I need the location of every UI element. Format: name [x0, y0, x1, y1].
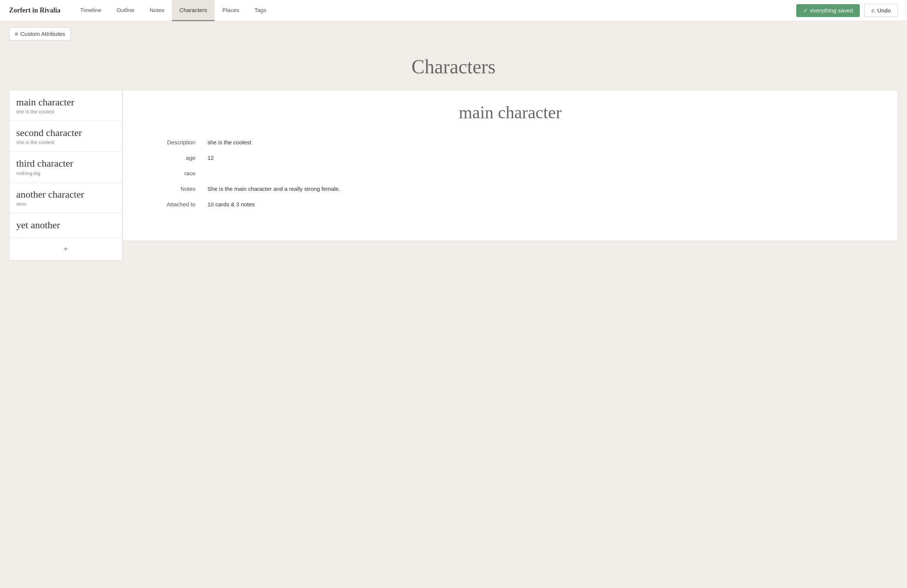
field-label: race	[141, 165, 202, 181]
field-label: Description	[141, 135, 202, 150]
character-name: another character	[16, 189, 115, 200]
field-value: 12	[202, 150, 880, 165]
table-row: Notes She is the main character and a re…	[141, 181, 880, 197]
character-desc: she is the coolest	[16, 109, 115, 114]
table-row: Attached to 10 cards & 3 notes	[141, 197, 880, 212]
content-area: main character she is the coolest second…	[0, 90, 907, 269]
add-character-button[interactable]: +	[10, 238, 122, 260]
saved-label: everything saved	[810, 7, 853, 14]
field-value	[202, 165, 880, 181]
list-item[interactable]: yet another	[10, 213, 122, 238]
field-value: She is the main character and a really s…	[202, 181, 880, 197]
character-name: main character	[16, 96, 115, 108]
list-item[interactable]: third character nothing big	[10, 152, 122, 182]
list-item[interactable]: second character she is the coolest	[10, 121, 122, 152]
tab-notes[interactable]: Notes	[142, 0, 172, 21]
custom-attributes-button[interactable]: ≡ Custom Attributes	[9, 27, 71, 40]
field-label: Notes	[141, 181, 202, 197]
undo-icon: ⎌	[872, 7, 875, 14]
character-desc: nothing big	[16, 170, 115, 176]
character-name: third character	[16, 158, 115, 169]
check-icon: ✓	[803, 7, 808, 14]
tab-timeline[interactable]: Timeline	[72, 0, 109, 21]
page-title: Characters	[0, 46, 907, 90]
table-row: race	[141, 165, 880, 181]
tab-outline[interactable]: Outline	[109, 0, 142, 21]
undo-button[interactable]: ⎌ Undo	[864, 4, 898, 17]
character-desc: desc	[16, 201, 115, 207]
main-nav: Zorfert in Rivalia Timeline Outline Note…	[0, 0, 907, 21]
nav-actions: ✓ everything saved ⎌ Undo	[796, 4, 898, 17]
tab-characters[interactable]: Characters	[172, 0, 215, 21]
tab-places[interactable]: Places	[215, 0, 247, 21]
field-label: age	[141, 150, 202, 165]
undo-label: Undo	[877, 7, 891, 14]
app-brand: Zorfert in Rivalia	[9, 6, 61, 14]
detail-table: Description she is the coolest age 12 ra…	[141, 135, 880, 212]
detail-character-name: main character	[141, 103, 880, 122]
custom-attributes-label: Custom Attributes	[21, 30, 65, 37]
list-item[interactable]: main character she is the coolest	[10, 90, 122, 121]
character-name: yet another	[16, 219, 115, 231]
character-name: second character	[16, 127, 115, 139]
table-row: age 12	[141, 150, 880, 165]
toolbar: ≡ Custom Attributes	[0, 21, 907, 46]
list-item[interactable]: another character desc	[10, 183, 122, 213]
saved-button: ✓ everything saved	[796, 4, 860, 17]
character-list: main character she is the coolest second…	[9, 90, 122, 260]
list-icon: ≡	[15, 30, 18, 37]
field-value: 10 cards & 3 notes	[202, 197, 880, 212]
character-desc: she is the coolest	[16, 139, 115, 145]
field-label: Attached to	[141, 197, 202, 212]
character-detail: main character Description she is the co…	[122, 90, 898, 241]
nav-tabs: Timeline Outline Notes Characters Places…	[72, 0, 796, 21]
field-value: she is the coolest	[202, 135, 880, 150]
tab-tags[interactable]: Tags	[247, 0, 274, 21]
table-row: Description she is the coolest	[141, 135, 880, 150]
